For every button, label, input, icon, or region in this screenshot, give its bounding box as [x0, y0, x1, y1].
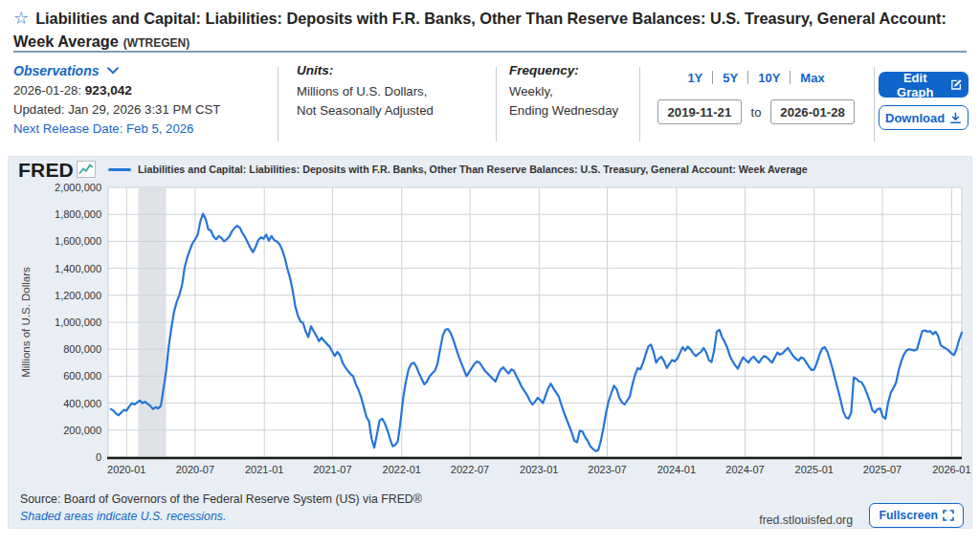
observations-label[interactable]: Observations — [13, 63, 99, 78]
date-range-section: 1Y5Y10YMax to — [641, 59, 871, 148]
y-tick-label: 1,800,000 — [55, 208, 101, 220]
fullscreen-label: Fullscreen — [879, 509, 938, 522]
chart-svg[interactable]: 2020-012020-072021-012021-072022-012022-… — [9, 178, 973, 493]
section-divider — [496, 67, 497, 142]
fullscreen-icon — [943, 510, 954, 521]
frequency-section: Frequency: Weekly, Ending Wednesday — [509, 59, 634, 148]
section-divider — [278, 67, 278, 142]
x-tick-label: 2025-01 — [795, 464, 834, 475]
recession-note-link[interactable]: Shaded areas indicate U.S. recessions. — [20, 510, 226, 523]
preset-separator — [790, 71, 791, 84]
y-tick-label: 800,000 — [63, 343, 101, 355]
range-preset-10y[interactable]: 10Y — [758, 71, 780, 85]
y-tick-label: 600,000 — [63, 370, 101, 382]
download-label: Download — [885, 111, 945, 125]
range-preset-max[interactable]: Max — [800, 71, 824, 85]
x-tick-label: 2020-07 — [176, 464, 214, 475]
y-axis-title: Millions of U.S. Dollars — [20, 267, 32, 378]
chevron-down-icon — [107, 67, 119, 75]
download-button[interactable]: Download — [879, 105, 969, 130]
fred-logo-chart-icon — [77, 161, 96, 178]
start-date-input[interactable] — [657, 99, 742, 124]
y-tick-label: 1,400,000 — [55, 263, 101, 274]
section-divider — [874, 67, 875, 142]
x-tick-label: 2020-01 — [107, 464, 145, 475]
x-tick-label: 2023-01 — [520, 464, 558, 475]
edit-graph-button[interactable]: Edit Graph — [879, 72, 969, 98]
latest-observation-date: 2026-01-28: — [13, 83, 81, 98]
frequency-line1: Weekly, — [509, 84, 553, 98]
title-divider — [13, 51, 967, 53]
series-id: (WTREGEN) — [123, 36, 189, 50]
x-tick-label: 2021-01 — [245, 464, 283, 475]
x-tick-label: 2021-07 — [313, 464, 351, 475]
download-icon — [949, 112, 962, 124]
range-presets: 1Y5Y10YMax — [641, 71, 871, 85]
x-tick-label: 2025-07 — [863, 464, 902, 475]
x-tick-label: 2022-01 — [383, 464, 421, 475]
x-tick-label: 2023-07 — [588, 464, 626, 475]
units-line1: Millions of U.S. Dollars, — [297, 84, 427, 98]
units-section: Units: Millions of U.S. Dollars, Not Sea… — [297, 59, 488, 148]
legend-line-swatch — [108, 168, 131, 171]
next-release-link[interactable]: Next Release Date: Feb 5, 2026 — [13, 121, 193, 136]
end-date-input[interactable] — [770, 99, 855, 124]
page-title-block: ☆Liabilities and Capital: Liabilities: D… — [13, 6, 959, 54]
units-label: Units: — [297, 63, 333, 77]
meta-band: Observations 2026-01-28: 923,042 Updated… — [0, 59, 980, 148]
edit-pencil-icon — [950, 78, 963, 91]
preset-separator — [747, 71, 748, 84]
latest-observation-value: 923,042 — [85, 83, 132, 98]
observations-section: Observations 2026-01-28: 923,042 Updated… — [13, 59, 272, 148]
frequency-line2: Ending Wednesday — [509, 103, 618, 118]
time-series-chart[interactable]: 2020-012020-072021-012021-072022-012022-… — [9, 178, 973, 497]
y-tick-label: 2,000,000 — [55, 182, 101, 193]
latest-observation: 2026-01-28: 923,042 — [13, 83, 132, 98]
x-tick-label: 2024-07 — [725, 464, 764, 475]
fullscreen-button[interactable]: Fullscreen — [869, 503, 964, 528]
preset-separator — [712, 71, 713, 84]
units-line2: Not Seasonally Adjusted — [297, 103, 434, 118]
action-buttons: Edit Graph Download — [879, 59, 972, 148]
chart-legend: Liabilities and Capital: Liabilities: De… — [108, 164, 808, 175]
x-tick-label: 2022-07 — [451, 464, 489, 475]
site-url: fred.stlouisfed.org — [759, 513, 853, 527]
y-tick-label: 400,000 — [63, 398, 101, 409]
observations-dropdown[interactable]: Observations — [13, 63, 119, 78]
updated-timestamp: Updated: Jan 29, 2026 3:31 PM CST — [13, 102, 220, 117]
y-tick-label: 1,200,000 — [55, 290, 101, 301]
section-divider — [639, 67, 640, 142]
y-tick-label: 0 — [96, 451, 101, 463]
legend-series-label: Liabilities and Capital: Liabilities: De… — [138, 164, 808, 175]
chart-header: FRED Liabilities and Capital: Liabilitie… — [18, 159, 808, 180]
favorite-star-icon[interactable]: ☆ — [13, 9, 29, 28]
fred-logo: FRED — [18, 160, 74, 180]
source-note: Source: Board of Governors of the Federa… — [20, 492, 422, 506]
chart-card: FRED Liabilities and Capital: Liabilitie… — [8, 156, 972, 529]
to-label: to — [751, 105, 762, 120]
y-tick-label: 1,600,000 — [55, 235, 101, 247]
date-range-inputs: to — [641, 99, 871, 124]
y-tick-label: 1,000,000 — [55, 317, 101, 328]
edit-graph-label: Edit Graph — [884, 71, 946, 99]
y-tick-label: 200,000 — [63, 425, 101, 436]
range-preset-5y[interactable]: 5Y — [723, 71, 738, 85]
x-tick-label: 2026-01 — [932, 464, 970, 475]
frequency-label: Frequency: — [509, 63, 579, 77]
range-preset-1y[interactable]: 1Y — [687, 71, 702, 85]
x-tick-label: 2024-01 — [657, 464, 696, 475]
